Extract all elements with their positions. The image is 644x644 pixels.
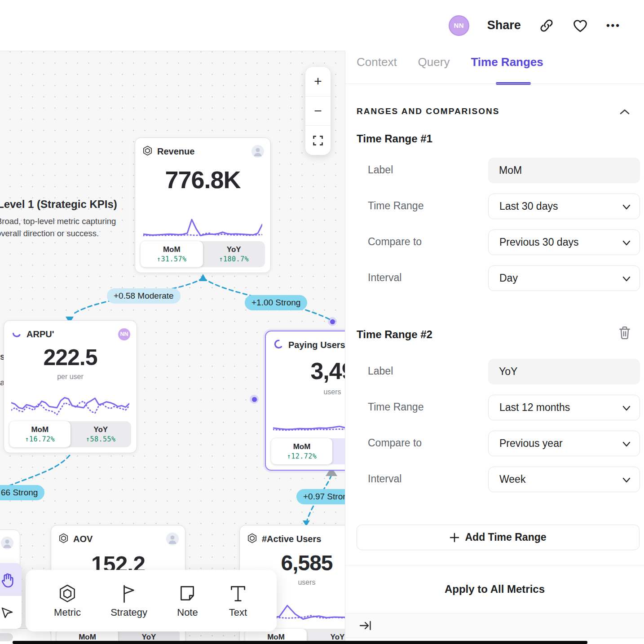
panel-footer [345,613,644,638]
compare-to-select[interactable]: Previous 30 days [488,229,640,255]
chevron-down-icon [622,272,631,284]
connection-handle[interactable] [250,395,259,404]
insert-toolbar: Metric Strategy Note Text [26,570,277,631]
card-title: ARPU' [26,329,54,340]
metric-arc-icon [273,339,284,351]
apply-all-metrics-button[interactable]: Apply to All Metrics [345,583,644,595]
toggle-mom[interactable]: MoM ↑12.72% [271,438,332,464]
add-note-tool[interactable]: Note [177,583,198,618]
range-toggle: MoM ↑31.57% YoY ↑180.7% [141,241,265,267]
panel-tabs: Context Query Time Ranges [357,55,543,69]
chevron-down-icon [622,473,631,485]
range-toggle: MoM ↑16.72% YoY ↑58.55% [9,421,131,447]
top-header: NN Share ••• [0,0,644,51]
toggle-mom[interactable]: MoM ↑16.72% [9,421,71,447]
sparkline-chart [273,404,345,435]
chevron-down-icon [622,437,631,450]
hand-tool-button[interactable] [0,563,22,596]
note-icon [177,583,198,604]
select-tool-button[interactable] [0,596,22,629]
field-label: Label [368,365,393,377]
section-header: RANGES AND COMPARISONS [357,106,499,116]
toggle-yoy[interactable]: YoY ↑58.55% [71,421,132,447]
connection-handle[interactable] [328,317,337,326]
metric-card-paying-users[interactable]: Paying Users' 3,49 users MoM ↑12.72% [265,331,345,471]
metric-value: 3,49 [266,357,345,384]
sparkline-chart [11,387,129,420]
field-label: Compare to [368,236,422,248]
metric-unit: per user [4,373,137,381]
metric-arc-icon [11,328,22,340]
interval-select[interactable]: Week [488,467,640,492]
metric-unit: users [266,388,345,396]
more-options-icon[interactable]: ••• [606,20,621,31]
level-note-title: Level 1 (Strategic KPIs) [0,198,117,211]
hand-icon [0,572,15,587]
sparkline-chart [143,212,262,240]
metric-card-arpu[interactable]: ARPU' NN 222.5 per user MoM ↑16.72% YoY … [4,320,137,453]
tab-context[interactable]: Context [357,55,397,69]
level-note-body: Broad, top-level metric capturing overal… [0,216,116,240]
field-label: Label [368,164,393,176]
range-toggle: MoM ↑12.72% [271,438,345,464]
zoom-out-button[interactable]: − [305,96,331,126]
canvas-zoom-controls: + − [305,67,331,155]
chevron-down-icon [622,200,631,212]
chevron-down-icon [622,401,631,414]
metric-hexagon-icon [142,146,153,158]
app-window: NN Share ••• Level 1 (Strategic KPIs) [0,0,644,644]
toggle-yoy[interactable]: YoY ↑180.7% [203,241,265,267]
time-range-select[interactable]: Last 30 days [488,194,640,219]
card-title: Paying Users' [288,340,345,350]
add-time-range-button[interactable]: Add Time Range [357,525,640,550]
copy-link-icon[interactable] [539,18,554,33]
compare-to-select[interactable]: Previous year [488,431,640,456]
add-strategy-tool[interactable]: Strategy [110,583,147,618]
tab-time-ranges[interactable]: Time Ranges [471,55,543,69]
share-button[interactable]: Share [487,18,521,32]
collaborator-badge: NN [118,328,130,340]
correlation-badge[interactable]: +0.58 Moderate [107,288,181,304]
text-icon [228,583,248,604]
metric-hexagon-icon [58,533,69,545]
label-input[interactable]: YoY [488,359,640,384]
toggle-mom[interactable]: MoM ↑31.57% [141,241,203,267]
correlation-badge[interactable]: 66 Strong [0,485,44,500]
metric-tree-canvas[interactable]: Level 1 (Strategic KPIs) Broad, top-leve… [0,51,345,644]
add-text-tool[interactable]: Text [228,583,248,618]
time-range-2-title: Time Range #2 [357,328,432,341]
field-label: Time Range [368,200,423,212]
metric-value: 776.8K [135,166,270,194]
toggle-yoy[interactable] [332,438,345,464]
metric-hexagon-icon [247,533,257,545]
add-metric-tool[interactable]: Metric [54,583,81,618]
user-avatar[interactable]: NN [449,15,469,36]
metric-card-revenue[interactable]: Revenue 776.8K MoM ↑31.57% YoY ↑180.7% [135,137,271,273]
field-label: Time Range [368,401,423,413]
correlation-badge[interactable]: +0.97 Strong [296,489,345,504]
card-title: Revenue [157,146,194,157]
clipped-button-fragment [0,633,13,641]
owner-avatar-icon [1,537,13,549]
interval-select[interactable]: Day [488,265,640,291]
collapse-section-icon[interactable] [619,107,631,118]
tab-query[interactable]: Query [418,55,450,69]
window-bottom-bar [13,641,587,644]
owner-avatar-icon [251,145,264,158]
field-label: Compare to [368,437,422,449]
metric-value: 222.5 [4,344,137,371]
metric-hexagon-icon [57,583,78,604]
time-range-1-title: Time Range #1 [357,132,432,145]
fit-view-button[interactable] [305,125,331,155]
chevron-down-icon [622,236,631,248]
correlation-badge[interactable]: +1.00 Strong [245,295,307,310]
time-range-select[interactable]: Last 12 months [488,395,640,420]
field-label: Interval [368,473,401,485]
zoom-in-button[interactable]: + [305,67,331,96]
collapse-panel-icon[interactable] [359,619,372,632]
plus-icon [450,533,459,543]
field-label: Interval [368,272,401,284]
delete-time-range-icon[interactable] [618,326,631,342]
favorite-heart-icon[interactable] [572,18,588,33]
label-input[interactable]: MoM [488,158,640,183]
